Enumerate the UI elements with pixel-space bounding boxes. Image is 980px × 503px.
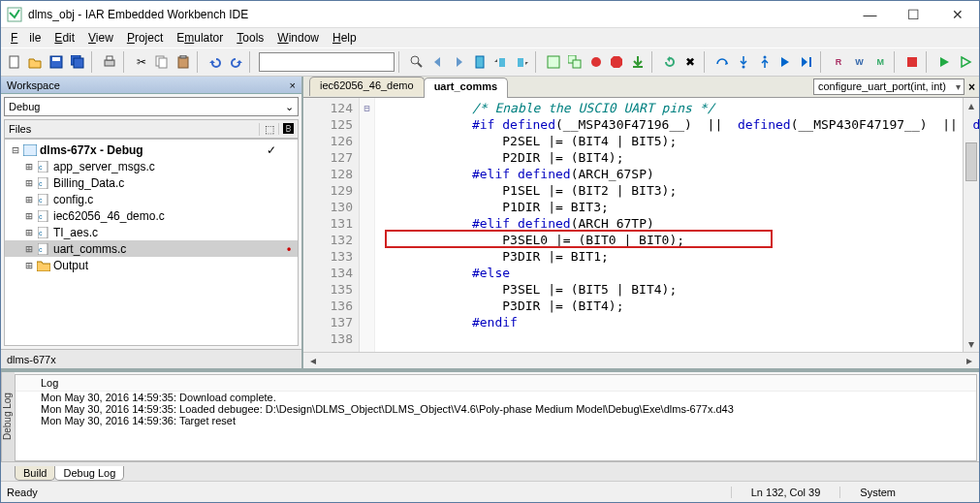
menu-help[interactable]: Help xyxy=(327,29,363,47)
function-dropdown[interactable]: configure_uart_port(int, int) xyxy=(813,79,964,95)
go-next-button[interactable] xyxy=(450,51,469,73)
close-button[interactable]: ✕ xyxy=(935,1,979,27)
run-to-cursor-button[interactable] xyxy=(797,51,816,73)
svg-rect-26 xyxy=(907,57,917,67)
c-file-icon: c xyxy=(36,226,51,239)
scroll-left-icon[interactable]: ◂ xyxy=(305,354,321,367)
bookmark-next-button[interactable] xyxy=(512,51,531,73)
scroll-right-icon[interactable]: ▸ xyxy=(962,354,977,367)
editor-tabs: iec62056_46_demouart_comms configure_uar… xyxy=(303,77,979,98)
menu-view[interactable]: View xyxy=(82,29,119,47)
code-editor[interactable]: 124 125 126 127 128 129 130 131 132 133 … xyxy=(303,98,979,352)
editor-tab[interactable]: uart_comms xyxy=(424,78,508,98)
c-file-icon: c xyxy=(36,242,51,256)
download-debug-button[interactable] xyxy=(628,51,648,73)
header-icon-1: ⬚ xyxy=(259,123,278,136)
log-tab[interactable]: Build xyxy=(15,466,55,481)
c-file-icon: c xyxy=(36,176,51,190)
status-pos: Ln 132, Col 39 xyxy=(731,487,840,498)
svg-point-24 xyxy=(763,56,766,59)
svg-text:c: c xyxy=(39,213,43,220)
step-out-button[interactable] xyxy=(755,51,775,73)
next-statement-button[interactable] xyxy=(776,51,796,73)
break-all-button[interactable] xyxy=(902,51,922,73)
svg-rect-27 xyxy=(23,144,37,156)
undo-button[interactable] xyxy=(205,51,225,73)
workspace-tab[interactable]: dlms-677x xyxy=(1,349,301,368)
app-icon xyxy=(7,7,22,22)
toolbar: ✂ ✖ R W M xyxy=(1,47,979,77)
go-prev-button[interactable] xyxy=(428,51,448,73)
scroll-up-icon[interactable]: ▴ xyxy=(964,98,979,113)
save-button[interactable] xyxy=(47,51,66,73)
maximize-button[interactable]: ☐ xyxy=(892,1,935,27)
copy-button[interactable] xyxy=(153,51,173,73)
svg-rect-3 xyxy=(52,57,60,61)
menu-project[interactable]: Project xyxy=(121,29,169,47)
svg-text:c: c xyxy=(39,164,43,171)
menu-edit[interactable]: Edit xyxy=(48,29,80,47)
bookmark-button[interactable] xyxy=(470,51,490,73)
memory-button[interactable]: M xyxy=(870,51,890,73)
editor-tab[interactable]: iec62056_46_demo xyxy=(309,77,425,96)
bookmark-prev-button[interactable] xyxy=(491,51,511,73)
build-stop-button[interactable] xyxy=(607,51,626,73)
scroll-down-icon[interactable]: ▾ xyxy=(964,336,979,352)
code-area[interactable]: /* Enable the USCI0 UART pins */ #if def… xyxy=(375,98,963,352)
svg-rect-7 xyxy=(107,56,112,60)
paste-button[interactable] xyxy=(174,51,193,73)
find-input[interactable] xyxy=(259,52,395,72)
file-tree-item[interactable]: ⊞capp_server_msgs.c xyxy=(5,158,298,174)
go-no-download-button[interactable] xyxy=(956,51,975,73)
file-tree-item[interactable]: ⊞Output xyxy=(5,257,298,273)
file-tree-item[interactable]: ⊞cBilling_Data.c xyxy=(5,174,298,191)
svg-line-13 xyxy=(418,63,422,67)
menubar: File Edit View Project Emulator Tools Wi… xyxy=(1,28,979,47)
config-value: Debug xyxy=(9,101,40,112)
toggle-breakpoint-button[interactable] xyxy=(586,51,606,73)
new-file-button[interactable] xyxy=(5,51,24,73)
status-ready: Ready xyxy=(7,487,38,498)
menu-emulator[interactable]: Emulator xyxy=(171,29,229,47)
reset-button[interactable] xyxy=(660,51,680,73)
svg-rect-14 xyxy=(476,56,484,68)
menu-file[interactable]: File xyxy=(5,29,47,47)
workspace-close-icon[interactable]: × xyxy=(290,79,296,91)
file-tree-item[interactable]: ⊞ciec62056_46_demo.c xyxy=(5,207,298,224)
registers-button[interactable]: R xyxy=(829,51,848,73)
log-line: Mon May 30, 2016 14:59:36: Target reset xyxy=(16,415,976,426)
print-button[interactable] xyxy=(100,51,119,73)
go-button[interactable] xyxy=(934,51,954,73)
log-tab[interactable]: Debug Log xyxy=(54,466,124,481)
save-all-button[interactable] xyxy=(68,51,87,73)
stop-debug-button[interactable]: ✖ xyxy=(681,51,701,73)
editor-close-icon[interactable]: × xyxy=(968,80,975,94)
file-tree-item[interactable]: ⊞cconfig.c xyxy=(5,191,298,207)
fold-gutter[interactable]: ⊟ xyxy=(360,98,375,352)
file-tree-item[interactable]: ⊞cuart_comms.c• xyxy=(5,240,298,257)
find-button[interactable] xyxy=(407,51,427,73)
titlebar: dlms_obj - IAR Embedded Workbench IDE — … xyxy=(1,1,979,28)
vertical-scrollbar[interactable]: ▴ ▾ xyxy=(963,98,979,352)
files-header: Files ⬚ 🅱 xyxy=(4,119,299,139)
cut-button[interactable]: ✂ xyxy=(132,51,151,73)
step-over-button[interactable] xyxy=(713,51,733,73)
file-tree-item[interactable]: ⊞cTI_aes.c xyxy=(5,224,298,240)
watch-button[interactable]: W xyxy=(850,51,869,73)
menu-window[interactable]: Window xyxy=(271,29,325,47)
menu-tools[interactable]: Tools xyxy=(231,29,269,47)
compile-button[interactable] xyxy=(544,51,563,73)
step-into-button[interactable] xyxy=(734,51,753,73)
redo-button[interactable] xyxy=(227,51,246,73)
c-file-icon: c xyxy=(36,209,51,223)
file-tree[interactable]: ⊟dlms-677x - Debug✓⊞capp_server_msgs.c⊞c… xyxy=(4,139,299,346)
config-dropdown[interactable]: Debug ⌄ xyxy=(4,97,299,116)
svg-rect-19 xyxy=(573,60,581,68)
minimize-button[interactable]: — xyxy=(848,1,892,27)
svg-rect-5 xyxy=(74,58,83,68)
make-button[interactable] xyxy=(565,51,585,73)
project-root[interactable]: ⊟dlms-677x - Debug✓ xyxy=(5,141,298,158)
open-file-button[interactable] xyxy=(26,51,46,73)
horizontal-scrollbar[interactable]: ◂ ▸ xyxy=(303,352,979,368)
log-content[interactable]: Log Mon May 30, 2016 14:59:35: Download … xyxy=(15,374,977,461)
